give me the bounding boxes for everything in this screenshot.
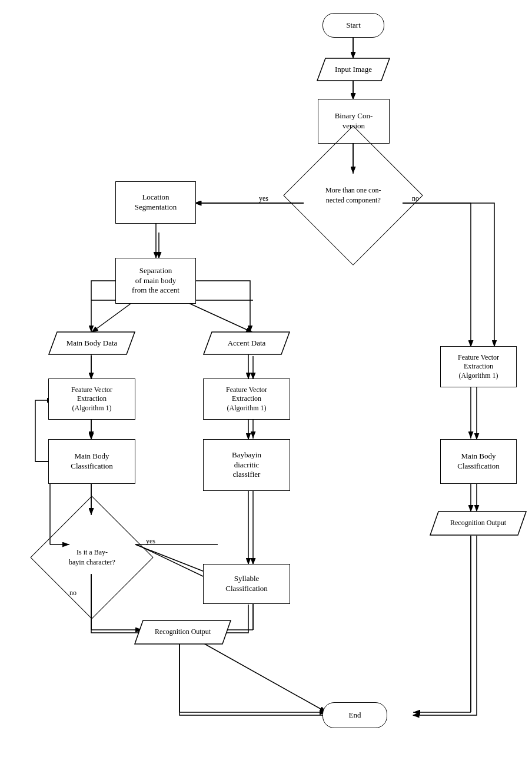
syllable-class-label: Syllable Classification <box>225 574 268 594</box>
baybayin-diacritic-node: Baybayin diacritic classifier <box>203 439 290 491</box>
fve-center-label: Feature Vector Extraction (Algorithm 1) <box>226 386 267 413</box>
location-seg-label: Location Segmentation <box>135 192 177 213</box>
mbc-left-label: Main Body Classification <box>71 451 113 472</box>
mbc-right-node: Main Body Classification <box>440 439 517 484</box>
flowchart: Start Input Image Binary Con- version Mo… <box>0 0 532 757</box>
fve-left-label: Feature Vector Extraction (Algorithm 1) <box>71 386 112 413</box>
accent-data-label: Accent Data <box>228 338 266 348</box>
recognition-output-bottom-label: Recognition Output <box>155 627 211 637</box>
input-image-label: Input Image <box>335 65 372 75</box>
start-node: Start <box>322 13 384 38</box>
end-node: End <box>322 702 387 728</box>
main-body-data-node: Main Body Data <box>48 331 135 355</box>
no-right-label: no <box>412 194 419 203</box>
accent-data-node: Accent Data <box>203 331 290 355</box>
decision-components-label: More than one con- nected component? <box>325 185 381 205</box>
no-baybayin-label: no <box>69 589 77 597</box>
fve-left-node: Feature Vector Extraction (Algorithm 1) <box>48 378 135 420</box>
recognition-output-bottom-node: Recognition Output <box>134 620 231 645</box>
syllable-class-node: Syllable Classification <box>203 564 290 604</box>
fve-center-node: Feature Vector Extraction (Algorithm 1) <box>203 378 290 420</box>
mbc-left-node: Main Body Classification <box>48 439 135 484</box>
main-body-data-label: Main Body Data <box>66 338 118 348</box>
location-seg-node: Location Segmentation <box>115 181 196 224</box>
fve-right-label: Feature Vector Extraction (Algorithm 1) <box>458 353 499 381</box>
svg-line-11 <box>182 300 253 333</box>
baybayin-diacritic-label: Baybayin diacritic classifier <box>232 450 261 480</box>
mbc-right-label: Main Body Classification <box>457 451 500 472</box>
end-label: End <box>349 710 361 721</box>
recognition-output-right-label: Recognition Output <box>450 519 506 528</box>
decision-baybayin-node: Is it a Bay- bayin character? <box>30 496 153 619</box>
fve-right-node: Feature Vector Extraction (Algorithm 1) <box>440 346 517 387</box>
separation-node: Separation of main body from the accent <box>115 258 196 304</box>
recognition-output-right-node: Recognition Output <box>430 511 527 536</box>
yes-baybayin-label: yes <box>146 537 155 546</box>
input-image-node: Input Image <box>317 58 390 81</box>
decision-components-node: More than one con- nected component? <box>283 125 423 265</box>
yes-left-label: yes <box>259 194 268 203</box>
separation-label: Separation of main body from the accent <box>132 266 179 296</box>
svg-line-9 <box>91 300 135 333</box>
decision-baybayin-label: Is it a Bay- bayin character? <box>69 547 115 567</box>
start-label: Start <box>346 21 361 31</box>
